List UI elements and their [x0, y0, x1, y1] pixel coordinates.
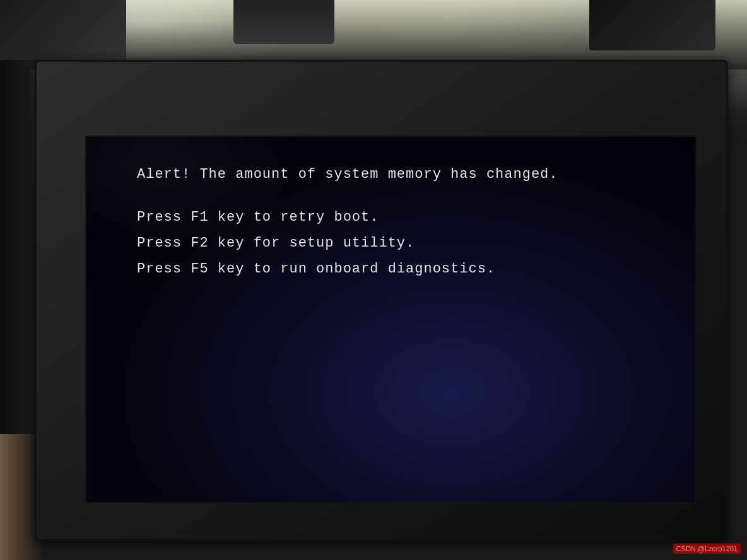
monitor-bezel: Alert! The amount of system memory has c… [35, 60, 728, 541]
top-object-middle [233, 0, 334, 44]
screen-content: Alert! The amount of system memory has c… [86, 137, 695, 502]
csdn-watermark: CSDN @Lzero1201 [673, 544, 741, 554]
instruction-f5: Press F5 key to run onboard diagnostics. [137, 259, 664, 279]
instructions-block: Press F1 key to retry boot. Press F2 key… [137, 207, 664, 279]
monitor-screen: Alert! The amount of system memory has c… [85, 136, 697, 503]
room-background [0, 0, 747, 69]
instruction-f2: Press F2 key for setup utility. [137, 233, 664, 254]
top-object-left [0, 0, 126, 63]
instruction-f1: Press F1 key to retry boot. [137, 207, 664, 228]
alert-message: Alert! The amount of system memory has c… [137, 165, 664, 185]
photo-frame: Alert! The amount of system memory has c… [0, 0, 747, 560]
top-object-right [589, 0, 715, 50]
